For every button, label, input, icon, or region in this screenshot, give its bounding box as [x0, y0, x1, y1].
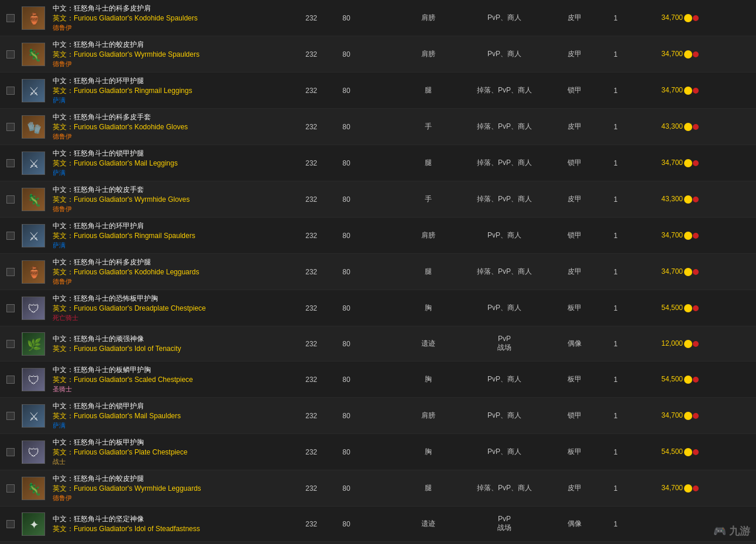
row-checkbox-col — [2, 484, 19, 493]
item-icon: 🛡 — [22, 440, 45, 464]
item-count: 1 — [598, 520, 633, 528]
item-level: 80 — [329, 50, 364, 58]
item-slot: 遗迹 — [399, 519, 458, 529]
item-slot: 手 — [399, 194, 458, 204]
table-row: ⚔ 中文：狂怒角斗士的锁甲护肩 英文：Furious Gladiator's M… — [0, 398, 756, 434]
item-slot: 腿 — [399, 267, 458, 277]
item-name-col: 中文：狂怒角斗士的环甲护腿 英文：Furious Gladiator's Rin… — [48, 76, 294, 105]
item-icon: ✦ — [22, 512, 45, 536]
item-class: 萨满 — [53, 241, 289, 250]
item-icon: 🏺 — [22, 6, 45, 30]
item-count: 1 — [598, 159, 633, 167]
item-ilvl: 232 — [294, 376, 329, 384]
svg-text:🌿: 🌿 — [27, 338, 42, 352]
item-name-col: 中文：狂怒角斗士的蛟皮护肩 英文：Furious Gladiator's Wyr… — [48, 40, 294, 68]
item-icon: ⚔ — [22, 404, 45, 428]
item-slot: 肩膀 — [399, 230, 458, 240]
item-armor-type: 锁甲 — [551, 230, 598, 240]
table-row: ⚔ 中文：狂怒角斗士的环甲护腿 英文：Furious Gladiator's R… — [0, 73, 756, 109]
item-source: PvP、商人 — [458, 374, 551, 384]
row-checkbox[interactable] — [6, 123, 15, 131]
watermark-logo: 🎮 九游 — [713, 524, 750, 538]
item-source: PvP、商人 — [458, 447, 551, 457]
item-ilvl: 232 — [294, 123, 329, 131]
item-cn-name: 中文：狂怒角斗士的环甲护肩 — [53, 221, 289, 231]
item-icon-col: 🧤 — [19, 115, 48, 139]
table-row: 🛡 中文：狂怒角斗士的恐怖板甲护胸 英文：Furious Gladiator's… — [0, 290, 756, 326]
row-checkbox-col — [2, 448, 19, 456]
item-cn-name: 中文：狂怒角斗士的板鳞甲护胸 — [53, 365, 289, 375]
row-checkbox-col — [2, 520, 19, 528]
row-checkbox[interactable] — [6, 448, 15, 456]
item-level: 80 — [329, 376, 364, 384]
row-checkbox[interactable] — [6, 304, 15, 312]
item-class: 德鲁伊 — [53, 494, 289, 502]
item-source: PvP、商人 — [458, 303, 551, 313]
item-source: 掉落、PvP、商人 — [458, 158, 551, 168]
item-class: 战士 — [53, 457, 289, 466]
item-name-col: 中文：狂怒角斗士的锁甲护腿 英文：Furious Gladiator's Mai… — [48, 149, 294, 177]
item-en-name: 英文：Furious Gladiator's Idol of Tenacity — [53, 344, 289, 354]
row-checkbox[interactable] — [6, 340, 15, 348]
item-level: 80 — [329, 304, 364, 312]
row-checkbox-col — [2, 14, 19, 22]
item-en-name: 英文：Furious Gladiator's Ringmail Leggings — [53, 86, 289, 96]
item-ilvl: 232 — [294, 14, 329, 22]
item-icon-col: ⚔ — [19, 404, 48, 428]
item-slot: 腿 — [399, 85, 458, 95]
row-checkbox[interactable] — [6, 268, 15, 276]
item-armor-type: 皮甲 — [551, 483, 598, 493]
row-checkbox[interactable] — [6, 376, 15, 384]
table-row: ⚔ 中文：狂怒角斗士的锁甲护腿 英文：Furious Gladiator's M… — [0, 145, 756, 181]
item-en-name: 英文：Furious Gladiator's Kodohide Gloves — [53, 122, 289, 132]
item-level: 80 — [329, 87, 364, 95]
item-cn-name: 中文：狂怒角斗士的科多皮护腿 — [53, 257, 289, 267]
item-cn-name: 中文：狂怒角斗士的锁甲护腿 — [53, 149, 289, 159]
item-en-name: 英文：Furious Gladiator's Mail Leggings — [53, 159, 289, 168]
item-source: 掉落、PvP、商人 — [458, 267, 551, 277]
item-slot: 胸 — [399, 303, 458, 313]
item-icon-col: 🏺 — [19, 6, 48, 30]
item-icon: 🧤 — [22, 115, 45, 139]
item-level: 80 — [329, 412, 364, 420]
row-checkbox[interactable] — [6, 484, 15, 493]
item-level: 80 — [329, 14, 364, 22]
item-icon: 🦎 — [22, 188, 45, 211]
svg-text:⚔: ⚔ — [29, 230, 39, 243]
item-count: 1 — [598, 268, 633, 276]
row-checkbox[interactable] — [6, 87, 15, 95]
item-name-col: 中文：狂怒角斗士的科多皮护腿 英文：Furious Gladiator's Ko… — [48, 257, 294, 286]
item-name-col: 中文：狂怒角斗士的板甲护胸 英文：Furious Gladiator's Pla… — [48, 438, 294, 466]
item-name-col: 中文：狂怒角斗士的恐怖板甲护胸 英文：Furious Gladiator's D… — [48, 294, 294, 322]
svg-text:⚔: ⚔ — [29, 85, 39, 98]
row-checkbox[interactable] — [6, 232, 15, 240]
item-table: 🏺 中文：狂怒角斗士的科多皮护肩 英文：Furious Gladiator's … — [0, 0, 756, 544]
row-checkbox[interactable] — [6, 195, 15, 204]
item-cn-name: 中文：狂怒角斗士的蛟皮护肩 — [53, 40, 289, 50]
item-icon-col: ⚔ — [19, 152, 48, 175]
row-checkbox[interactable] — [6, 520, 15, 528]
svg-text:🏺: 🏺 — [27, 12, 42, 26]
item-en-name: 英文：Furious Gladiator's Wyrmhide Gloves — [53, 195, 289, 205]
row-checkbox[interactable] — [6, 412, 15, 420]
row-checkbox[interactable] — [6, 14, 15, 22]
item-ilvl: 232 — [294, 50, 329, 58]
item-armor-type: 偶像 — [551, 339, 598, 349]
item-price: 12,000 — [633, 339, 703, 348]
item-en-name: 英文：Furious Gladiator's Mail Spaulders — [53, 411, 289, 421]
item-price: 34,700 — [633, 50, 703, 58]
item-armor-type: 皮甲 — [551, 194, 598, 204]
svg-text:🦎: 🦎 — [27, 48, 42, 62]
row-checkbox[interactable] — [6, 50, 15, 58]
row-checkbox-col — [2, 268, 19, 276]
table-row: 🛡 中文：狂怒角斗士的板鳞甲护胸 英文：Furious Gladiator's … — [0, 361, 756, 398]
item-icon-col: ⚔ — [19, 79, 48, 102]
item-cn-name: 中文：狂怒角斗士的科多皮护肩 — [53, 4, 289, 13]
item-level: 80 — [329, 159, 364, 167]
item-count: 1 — [598, 232, 633, 240]
item-count: 1 — [598, 376, 633, 384]
item-armor-type: 锁甲 — [551, 411, 598, 421]
item-name-col: 中文：狂怒角斗士的顽强神像 英文：Furious Gladiator's Ido… — [48, 334, 294, 354]
item-class: 德鲁伊 — [53, 132, 289, 141]
row-checkbox[interactable] — [6, 159, 15, 167]
